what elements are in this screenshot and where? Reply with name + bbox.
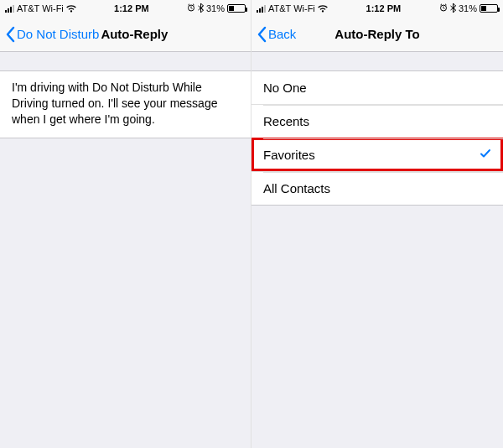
clock: 1:12 PM <box>366 3 402 13</box>
bluetooth-icon <box>198 3 204 14</box>
auto-reply-message[interactable]: I'm driving with Do Not Disturb While Dr… <box>0 70 251 138</box>
option-favorites[interactable]: Favorites <box>252 138 503 171</box>
option-label: Favorites <box>263 148 315 162</box>
page-title: Auto-Reply <box>101 27 168 41</box>
cellular-signal-icon <box>5 5 14 13</box>
back-button[interactable]: Back <box>257 26 296 43</box>
option-label: All Contacts <box>263 181 330 195</box>
carrier-label: AT&T Wi-Fi <box>17 3 64 13</box>
battery-percent: 31% <box>459 3 477 13</box>
screenshot-right: AT&T Wi-Fi 1:12 PM 31% Back Auto-Reply T… <box>252 0 503 448</box>
option-label: Recents <box>263 114 309 128</box>
clock: 1:12 PM <box>114 3 149 13</box>
options-list: No One Recents Favorites All Contacts <box>252 70 503 206</box>
back-label: Back <box>268 27 296 41</box>
alarm-icon <box>439 3 448 13</box>
status-bar: AT&T Wi-Fi 1:12 PM 31% <box>252 0 503 17</box>
navigation-bar: Back Auto-Reply To <box>252 17 503 52</box>
battery-icon <box>480 4 498 13</box>
chevron-left-icon <box>5 26 15 43</box>
carrier-label: AT&T Wi-Fi <box>268 3 315 13</box>
option-no-one[interactable]: No One <box>252 70 503 104</box>
alarm-icon <box>187 3 195 13</box>
checkmark-icon <box>480 148 491 162</box>
back-button[interactable]: Do Not Disturb <box>5 26 99 43</box>
navigation-bar: Do Not Disturb Auto-Reply <box>0 17 251 52</box>
auto-reply-message-text: I'm driving with Do Not Disturb While Dr… <box>12 81 217 126</box>
battery-percent: 31% <box>206 3 225 13</box>
option-all-contacts[interactable]: All Contacts <box>252 171 503 206</box>
status-bar: AT&T Wi-Fi 1:12 PM 31% <box>0 0 251 17</box>
wifi-icon <box>66 5 76 13</box>
cellular-signal-icon <box>257 5 266 13</box>
chevron-left-icon <box>257 26 267 43</box>
bluetooth-icon <box>450 3 456 14</box>
battery-icon <box>227 4 246 13</box>
option-label: No One <box>263 81 307 95</box>
option-recents[interactable]: Recents <box>252 104 503 138</box>
screenshot-left: AT&T Wi-Fi 1:12 PM 31% Do Not Disturb Au… <box>0 0 252 448</box>
back-label: Do Not Disturb <box>17 27 99 41</box>
wifi-icon <box>318 5 328 13</box>
